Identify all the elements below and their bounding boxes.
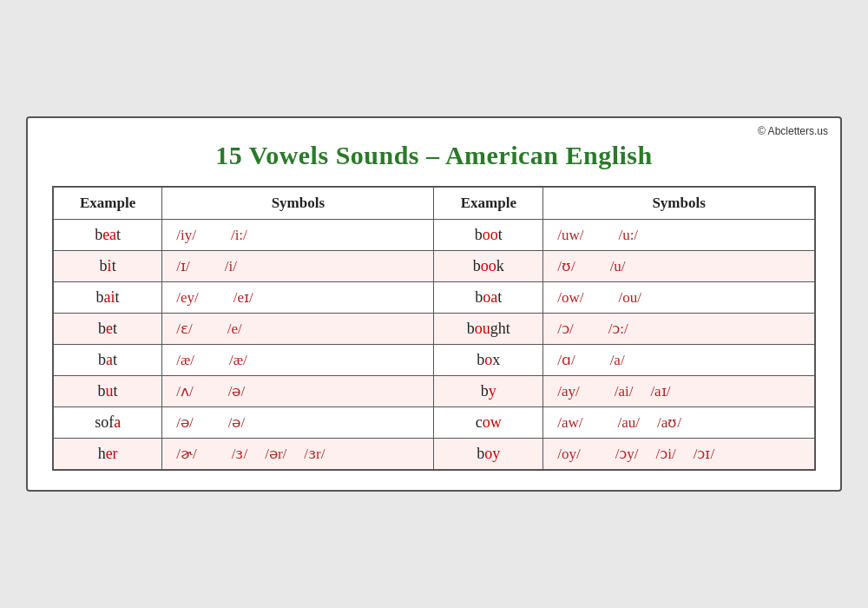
vowel-text: er [106, 445, 118, 462]
symbols-cell-left: /iy//i:/ [162, 220, 434, 251]
example-cell-left: bit [53, 251, 162, 282]
consonant-text: b [100, 257, 108, 274]
symbols-cell-right: /aw//au//aʊ/ [543, 407, 815, 439]
consonant-text: b [475, 288, 483, 306]
table-row: bat/æ//æ/box/ɑ//a/ [53, 345, 815, 376]
symbols-cell-right: /ay//ai//aɪ/ [543, 376, 815, 407]
symbol-text: /ɛ/ [176, 321, 192, 337]
vowel-text: ai [104, 288, 115, 306]
consonant-text: b [467, 320, 475, 337]
example-cell-left: beat [53, 220, 162, 251]
header-example-2: Example [434, 187, 543, 220]
vowel-text: oo [483, 226, 498, 243]
table-header-row: Example Symbols Example Symbols [53, 187, 815, 220]
symbols-cell-right: /ɔ//ɔ:/ [543, 314, 815, 345]
symbols-cell-left: /ɚ//ɜ//ər//ɜr/ [162, 439, 434, 471]
consonant-text: b [475, 226, 483, 243]
symbol-text: /ɔ:/ [608, 321, 628, 337]
symbol-text: /ə/ [228, 383, 245, 400]
consonant-text: b [95, 226, 102, 243]
symbol-text: /ay/ [557, 383, 580, 400]
consonant-text: h [98, 445, 106, 462]
symbols-cell-left: /ɛ//e/ [162, 314, 434, 345]
symbol-text: /ər/ [265, 446, 286, 462]
symbols-cell-left: /ɪ//i/ [162, 251, 434, 282]
symbol-text: /u:/ [618, 227, 638, 243]
symbol-text: /aʊ/ [657, 414, 681, 431]
table-row: bait/ey//eɪ/boat/ow//ou/ [53, 282, 815, 314]
symbol-text: /aɪ/ [650, 383, 670, 400]
example-cell-left: but [53, 376, 162, 407]
consonant-text: b [477, 351, 484, 368]
vowel-text: a [106, 351, 113, 368]
example-cell-right: bought [434, 314, 543, 345]
page-title: 15 Vowels Sounds – American English [52, 141, 816, 170]
symbols-cell-left: /æ//æ/ [162, 345, 434, 376]
symbol-text: /ə/ [228, 414, 245, 431]
consonant-text: t [115, 288, 120, 306]
symbol-text: /ʊ/ [557, 258, 575, 274]
symbol-text: /ou/ [618, 289, 641, 306]
symbol-text: /ɔi/ [656, 446, 676, 462]
symbol-text: /ɔ/ [557, 321, 573, 337]
symbol-text: /a/ [610, 352, 625, 368]
symbol-text: /e/ [227, 321, 242, 337]
example-cell-left: bat [53, 345, 162, 376]
consonant-text: ght [490, 320, 510, 337]
example-cell-right: boat [434, 282, 543, 314]
symbols-cell-right: /ow//ou/ [543, 282, 815, 314]
symbol-text: /ɑ/ [557, 352, 575, 368]
vowel-text: a [114, 413, 121, 431]
consonant-text: t [497, 288, 502, 306]
vowel-text: ow [483, 413, 502, 431]
table-row: bit/ɪ//i/book/ʊ//u/ [53, 251, 815, 282]
consonant-text: b [98, 351, 106, 368]
symbol-text: /ʌ/ [176, 383, 193, 400]
vowel-text: ea [102, 226, 116, 243]
symbol-text: /oy/ [557, 446, 580, 462]
table-row: but/ʌ//ə/by/ay//ai//aɪ/ [53, 376, 815, 407]
symbol-text: /ə/ [176, 414, 193, 431]
vowel-text: e [106, 320, 113, 337]
symbol-text: /æ/ [229, 352, 247, 368]
symbols-cell-right: /ɑ//a/ [543, 345, 815, 376]
vowel-text: oy [484, 445, 500, 462]
table-row: beat/iy//i:/boot/uw//u:/ [53, 220, 815, 251]
consonant-text: b [96, 288, 104, 306]
vowel-text: oo [481, 257, 496, 274]
example-cell-right: book [434, 251, 543, 282]
consonant-text: k [496, 257, 504, 274]
consonant-text: c [476, 413, 483, 431]
vowel-text: ou [475, 320, 490, 337]
consonant-text: sof [95, 413, 114, 431]
example-cell-left: bait [53, 282, 162, 314]
symbol-text: /ai/ [615, 383, 634, 400]
symbols-cell-right: /uw//u:/ [543, 220, 815, 251]
symbol-text: /aw/ [557, 414, 582, 431]
consonant-text: b [477, 445, 484, 462]
vowel-text: o [484, 351, 492, 368]
consonant-text: t [114, 382, 118, 400]
symbol-text: /ɪ/ [176, 258, 189, 274]
symbol-text: /æ/ [176, 352, 194, 368]
consonant-text: t [113, 351, 117, 368]
example-cell-left: bet [53, 314, 162, 345]
symbol-text: /ɚ/ [176, 446, 196, 462]
consonant-text: t [112, 257, 116, 274]
vowels-table: Example Symbols Example Symbols beat/iy/… [52, 186, 816, 471]
example-cell-right: boot [434, 220, 543, 251]
vowel-text: u [106, 382, 114, 400]
example-cell-right: by [434, 376, 543, 407]
consonant-text: t [116, 226, 121, 243]
symbol-text: /i:/ [231, 227, 247, 243]
consonant-text: t [498, 226, 503, 243]
example-cell-right: boy [434, 439, 543, 471]
symbol-text: /ow/ [557, 289, 583, 306]
symbol-text: /ɜr/ [304, 446, 325, 462]
consonant-text: b [481, 382, 489, 400]
consonant-text: t [113, 320, 117, 337]
vowel-text: y [489, 382, 496, 400]
symbols-cell-right: /ʊ//u/ [543, 251, 815, 282]
symbol-text: /ɔy/ [615, 446, 639, 462]
symbols-cell-left: /ʌ//ə/ [162, 376, 434, 407]
